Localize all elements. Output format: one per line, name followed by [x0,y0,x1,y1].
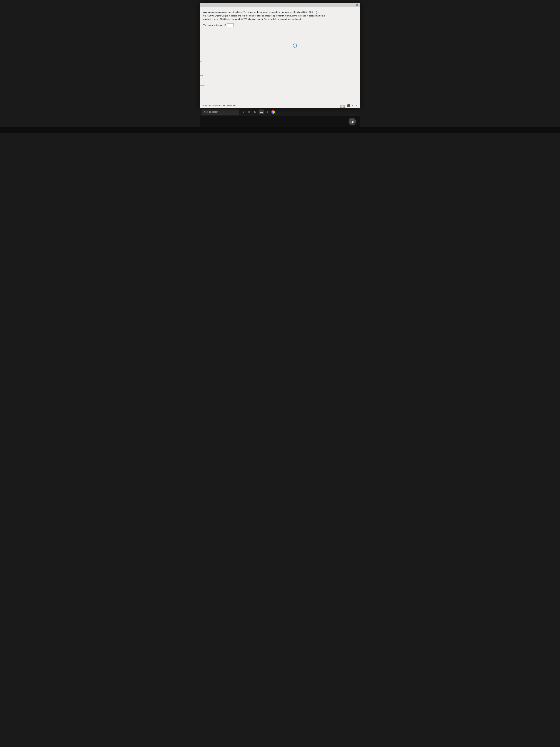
laptop-screen: ⚙ A company manufactures mountain bikes.… [201,3,359,108]
hp-logo-area: hp [201,116,359,127]
circle-indicator [293,44,297,48]
file-icon[interactable]: ▬ [259,109,264,114]
problem-line1: A company manufactures mountain bikes. T… [203,11,315,13]
hp-text: hp [350,120,354,123]
gear-icon[interactable]: ⚙ [356,3,358,6]
problem-line2: 0 ≤ x ≤ 900, where C′(x) is in dollars a… [203,15,325,17]
right-partial-2: erved [340,106,345,108]
dot-pattern [262,129,298,130]
taskbar-search[interactable]: here to search [202,109,239,115]
edge-icon[interactable]: e [265,109,270,114]
left-label-m: m [201,60,202,62]
hp-logo: hp [348,118,356,125]
top-bar: ⚙ [201,3,359,7]
nav-right[interactable]: ► [355,104,358,107]
bottom-bezel [0,127,560,133]
fraction-display: x 3 [315,10,317,14]
hint-text: Enter your answer in the answer box. [203,104,237,107]
nav-left[interactable]: ◄ [351,104,354,107]
taskbar-icons: ○ ⊞ ✉ ▬ e [241,109,275,114]
mail-icon[interactable]: ✉ [253,109,258,114]
problem-line3: production level of 300 bikes per month … [203,18,302,20]
browser-bottom: Enter your answer in the answer box. ? c… [201,103,359,108]
answer-row: The increase in cost is $ . [203,24,357,27]
fraction-denominator: 3 [315,12,317,14]
taskbar: here to search ○ ⊞ ✉ ▬ e [201,108,359,116]
left-label-draw: dra [201,74,203,77]
task-view-icon[interactable]: ⊞ [247,109,252,114]
period: . [234,24,234,26]
search-placeholder: here to search [204,111,218,113]
svg-point-2 [273,111,274,112]
answer-label: The increase in cost is $ [203,24,226,26]
content-area: A company manufactures mountain bikes. T… [201,7,359,103]
windows-icon[interactable]: ○ [241,109,246,114]
left-label-pran: pran [201,84,205,86]
problem-text: A company manufactures mountain bikes. T… [203,10,357,21]
answer-input[interactable] [227,24,234,27]
help-badge[interactable]: ? [347,104,350,107]
chrome-icon[interactable] [271,109,275,114]
nav-arrows: ◄ ► [351,104,358,107]
